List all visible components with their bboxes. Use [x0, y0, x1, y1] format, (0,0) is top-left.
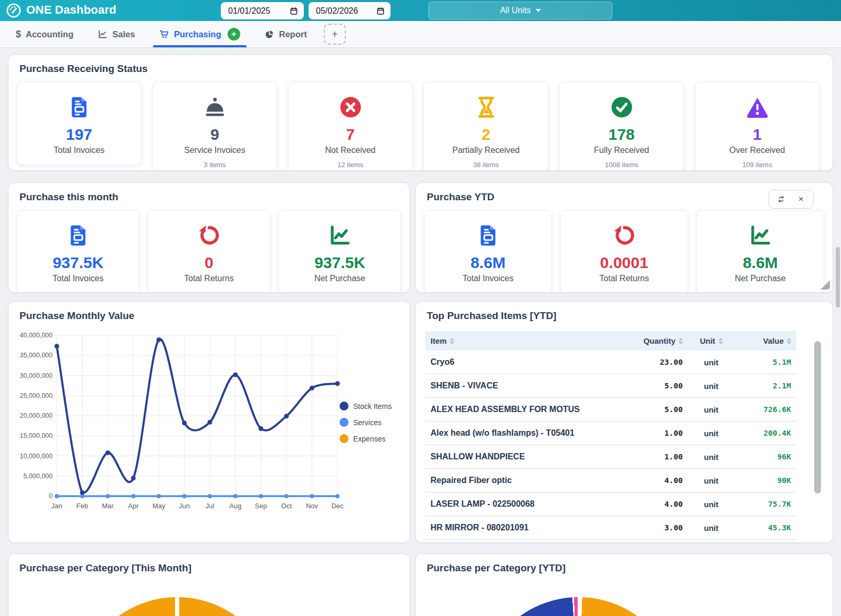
- table-scrollbar-thumb[interactable]: [814, 341, 821, 494]
- table-row: ALEX HEAD ASSEMBLY FOR MOTUS 5.00 unit 7…: [425, 398, 796, 422]
- stat-tile: 7 Not Received 12 items: [288, 82, 413, 171]
- stat-label: Total Invoices: [463, 274, 514, 283]
- column-header-value[interactable]: Value: [734, 336, 796, 345]
- stat-tile: 8.6M Net Purchase: [696, 210, 824, 293]
- stat-tile: 9 Service Invoices 3 items: [152, 82, 277, 171]
- stat-label: Total Invoices: [54, 146, 105, 155]
- legend-dot: [340, 418, 348, 427]
- stat-tile: 0 Total Returns: [148, 210, 270, 293]
- svg-text:Jul: Jul: [206, 502, 214, 510]
- bell-icon: [203, 95, 227, 119]
- stat-tile: 937.5K Total Invoices: [17, 210, 139, 293]
- svg-text:Apr: Apr: [128, 502, 139, 510]
- hourglass-icon: [474, 95, 498, 119]
- sales-chart-icon: [98, 29, 108, 39]
- legend-item[interactable]: Expenses: [340, 434, 392, 443]
- svg-text:30,000,000: 30,000,000: [19, 372, 53, 379]
- stat-value: 9: [210, 126, 219, 143]
- stat-label: Fully Received: [594, 146, 649, 155]
- svg-text:Aug: Aug: [229, 502, 241, 510]
- card-title: Purchase per Category [This Month]: [19, 562, 191, 574]
- check-circle-icon: [610, 95, 634, 119]
- stat-label: Partially Received: [452, 146, 519, 155]
- sort-icon: [787, 338, 791, 344]
- close-widget-button[interactable]: ×: [793, 191, 809, 207]
- tab-label: Purchasing: [174, 29, 221, 39]
- purchase-this-month-card: Purchase this month 937.5K Total Invoice…: [8, 182, 410, 293]
- stat-sub: 109 items: [742, 161, 772, 169]
- pie-icon: [264, 29, 274, 39]
- table-row: LASER LAMP - 022500068 4.00 unit 75.7K: [425, 492, 796, 516]
- stat-value: 178: [608, 126, 634, 143]
- refresh-button[interactable]: [773, 191, 789, 207]
- cart-icon: [159, 29, 169, 39]
- legend-item[interactable]: Stock Items: [340, 402, 392, 410]
- tab-accounting[interactable]: $ Accounting: [16, 21, 74, 47]
- tab-sales[interactable]: Sales: [98, 21, 135, 47]
- date-from-value: 01/01/2025: [228, 6, 270, 16]
- date-to-input[interactable]: 05/02/2026: [309, 2, 391, 19]
- svg-text:May: May: [152, 502, 166, 510]
- card-title: Purchase YTD: [427, 191, 494, 203]
- svg-text:Sep: Sep: [255, 502, 267, 510]
- unit-filter-value: All Units: [500, 6, 531, 15]
- legend-item[interactable]: Services: [340, 418, 392, 427]
- stat-value: 0.0001: [600, 254, 649, 271]
- tab-report[interactable]: Report: [264, 21, 307, 47]
- unit-filter-dropdown[interactable]: All Units: [428, 2, 612, 19]
- stat-tile: 178 Fully Received 1008 items: [559, 82, 684, 171]
- stat-label: Service Invoices: [184, 146, 245, 155]
- column-header-item[interactable]: Item: [425, 336, 626, 345]
- file-invoice-icon: [67, 95, 91, 119]
- receiving-status-tiles: 197 Total Invoices 9 Service Invoices 3 …: [17, 82, 824, 171]
- stat-value: 2: [481, 126, 490, 143]
- date-from-input[interactable]: 01/01/2025: [221, 2, 304, 19]
- table-row: Alex head (w/o flashlamps) - T05401 1.00…: [425, 422, 796, 445]
- stat-tile: 1 Over Received 109 items: [695, 82, 819, 171]
- table-row: Repaired Fiber optic 4.00 unit 90K: [425, 469, 796, 492]
- svg-text:Jan: Jan: [52, 502, 63, 510]
- chart-line-icon: [748, 223, 773, 248]
- legend-dot: [340, 402, 348, 410]
- svg-text:20,000,000: 20,000,000: [19, 412, 53, 419]
- chart-legend: Stock Items Services Expenses: [340, 402, 392, 443]
- column-header-quantity[interactable]: Quantity: [626, 336, 688, 345]
- top-items-table: Item Quantity Unit Value Cryo6 23.00 uni…: [425, 331, 796, 540]
- calendar-icon: [376, 7, 385, 15]
- stat-sub: 3 items: [204, 161, 226, 169]
- svg-text:10,000,000: 10,000,000: [19, 453, 53, 460]
- stat-value: 197: [66, 126, 92, 143]
- page-scrollbar-thumb[interactable]: [836, 247, 840, 307]
- add-widget-button[interactable]: +: [228, 28, 240, 40]
- table-row: SHENB - VIVACE 5.00 unit 2.1M: [425, 374, 796, 398]
- dashboard-tabbar: $ Accounting Sales Purchasing + Report +: [0, 21, 841, 48]
- svg-text:35,000,000: 35,000,000: [19, 352, 53, 359]
- svg-text:25,000,000: 25,000,000: [19, 392, 53, 399]
- svg-text:0: 0: [49, 492, 53, 500]
- stat-value: 937.5K: [314, 254, 365, 271]
- stat-label: Total Invoices: [53, 274, 104, 283]
- stat-sub: 38 items: [473, 161, 499, 169]
- card-title: Purchase this month: [19, 191, 118, 203]
- svg-text:15,000,000: 15,000,000: [19, 432, 53, 439]
- stat-value: 937.5K: [53, 254, 104, 271]
- stat-sub: 1008 items: [605, 161, 639, 169]
- stat-tile: 197 Total Invoices: [17, 82, 141, 165]
- table-row: SHALLOW HANDPIECE 1.00 unit 96K: [425, 445, 796, 469]
- tab-purchasing[interactable]: Purchasing +: [159, 21, 240, 47]
- svg-text:Jun: Jun: [179, 502, 190, 510]
- dollar-icon: $: [16, 29, 21, 40]
- svg-text:Oct: Oct: [281, 502, 292, 510]
- file-invoice-icon: [476, 223, 500, 248]
- table-header-row: Item Quantity Unit Value: [425, 331, 796, 351]
- file-invoice-icon: [66, 223, 90, 248]
- purchase-per-category-ytd-card: Purchase per Category [YTD]: [415, 553, 833, 616]
- column-header-unit[interactable]: Unit: [688, 336, 734, 345]
- chevron-down-icon: [536, 9, 541, 12]
- sort-icon: [679, 338, 683, 344]
- stat-label: Over Received: [730, 146, 785, 155]
- add-tab-button[interactable]: +: [324, 24, 346, 45]
- stat-sub: 12 items: [337, 161, 363, 169]
- legend-dot: [340, 434, 348, 443]
- date-to-value: 05/02/2026: [316, 6, 358, 16]
